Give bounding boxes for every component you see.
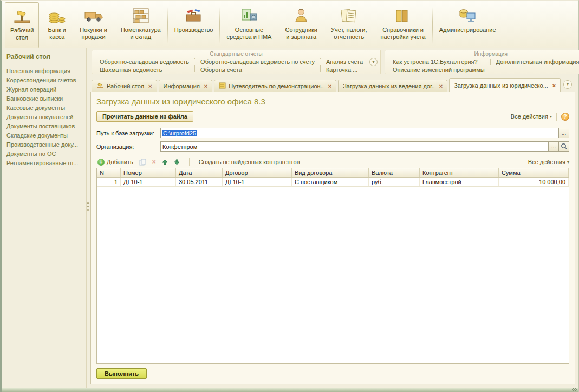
table-empty-area bbox=[97, 187, 569, 363]
table-row[interactable]: 1 ДГ10-1 30.05.2011 ДГ10-1 С поставщиком… bbox=[97, 178, 569, 187]
tab-load-legal-office[interactable]: Загрузка данных из юридическо... × bbox=[449, 78, 561, 92]
workspace: Стандартные отчеты Оборотно-сальдовая ве… bbox=[90, 48, 578, 388]
reports-more-button[interactable]: ▾ bbox=[369, 58, 378, 66]
tab-close-icon[interactable]: × bbox=[439, 83, 443, 89]
ribbon-section-nomenclature[interactable]: Номенклатураи склад bbox=[116, 2, 166, 48]
path-input[interactable]: C:\urprofd25 bbox=[160, 128, 559, 138]
sidebar-item-bank-statements[interactable]: Банковские выписки bbox=[2, 94, 86, 103]
help-icon[interactable]: ? bbox=[561, 113, 569, 121]
dropdown-caret-icon: ▾ bbox=[550, 114, 552, 119]
tab-list-button[interactable]: ▾ bbox=[563, 80, 572, 89]
organization-value: Конфетпром bbox=[162, 143, 197, 150]
sidebar-item-os-documents[interactable]: Документы по ОС bbox=[2, 149, 86, 159]
sidebar-item-correspondence[interactable]: Корреспонденции счетов bbox=[2, 76, 86, 85]
form-load-legal-office: Загрузка данных из юридического офиса 8.… bbox=[90, 92, 575, 384]
ribbon-section-desktop[interactable]: Рабочийстол bbox=[5, 2, 39, 48]
toolbox-icon bbox=[184, 5, 204, 27]
link-account-card[interactable]: Карточка ... bbox=[326, 66, 363, 74]
header-date[interactable]: Дата bbox=[176, 168, 223, 177]
folders-icon bbox=[394, 5, 412, 27]
ribbon-section-purchases[interactable]: Покупки ипродажи bbox=[75, 2, 112, 48]
database-computer-icon bbox=[458, 5, 477, 27]
tab-close-icon[interactable]: × bbox=[328, 83, 331, 89]
arrow-up-icon bbox=[162, 159, 168, 165]
header-currency[interactable]: Валюта bbox=[369, 168, 420, 177]
tab-desktop[interactable]: Рабочий стол × bbox=[92, 80, 157, 92]
tab-desktop-icon bbox=[96, 82, 104, 90]
ribbon-section-references[interactable]: Справочники инастройки учета bbox=[376, 2, 431, 48]
grid-all-actions-button[interactable]: Все действия ▾ bbox=[528, 159, 569, 165]
link-additional-info[interactable]: Дополнительная информация bbox=[496, 58, 579, 66]
ribbon-section-taxes[interactable]: Учет, налоги,отчетность bbox=[326, 2, 372, 48]
sidebar-splitter[interactable] bbox=[87, 48, 90, 388]
ribbon-section-administration[interactable]: Администрирование bbox=[434, 2, 501, 48]
sidebar-item-supplier-documents[interactable]: Документы поставщиков bbox=[2, 122, 86, 131]
grid-toolbar: + Добавить × Созд bbox=[96, 158, 569, 166]
tab-close-icon[interactable]: × bbox=[552, 83, 556, 88]
tab-information[interactable]: Информация × bbox=[159, 80, 213, 92]
tab-close-icon[interactable]: × bbox=[148, 83, 152, 89]
move-down-button[interactable] bbox=[173, 159, 181, 166]
header-n[interactable]: N bbox=[97, 168, 121, 177]
organization-choose-button[interactable]: ... bbox=[549, 141, 559, 152]
ribbon-section-assets[interactable]: Основныесредства и НМА bbox=[222, 2, 276, 48]
tab-load-contracts[interactable]: Загрузка данных из ведения дог.. × bbox=[338, 80, 447, 92]
link-account-analysis[interactable]: Анализ счета bbox=[326, 58, 363, 66]
ribbon-separator bbox=[73, 7, 73, 44]
sidebar-item-production-documents[interactable]: Производственные доку... bbox=[2, 140, 86, 149]
path-label: Путь к базе загрузки: bbox=[96, 130, 160, 136]
sidebar-item-warehouse-documents[interactable]: Складские документы bbox=[2, 131, 86, 140]
tab-demo-guide[interactable]: Путеводитель по демонстрацион.. × bbox=[214, 80, 336, 92]
copy-icon bbox=[139, 159, 146, 166]
organization-input[interactable]: Конфетпром bbox=[160, 141, 549, 152]
link-how-1c-works[interactable]: Как устроена 1С:Бухгалтерия? bbox=[393, 58, 485, 66]
sidebar-item-buyer-documents[interactable]: Документы покупателей bbox=[2, 113, 86, 122]
quick-panels: Стандартные отчеты Оборотно-сальдовая ве… bbox=[90, 48, 575, 77]
execute-button[interactable]: Выполнить bbox=[96, 368, 147, 379]
link-turnover-by-account[interactable]: Оборотно-сальдовая ведомость по счету bbox=[200, 58, 315, 66]
sidebar-item-operations-journal[interactable]: Журнал операций bbox=[2, 85, 86, 94]
ribbon: Рабочийстол Банк икасса Покупки ипродажи… bbox=[2, 1, 578, 48]
resize-grip[interactable] bbox=[571, 388, 577, 391]
move-up-button[interactable] bbox=[161, 159, 169, 166]
header-counterparty[interactable]: Контрагент bbox=[420, 168, 499, 177]
delete-row-button[interactable]: × bbox=[151, 158, 157, 166]
sidebar-item-useful-info[interactable]: Полезная информация bbox=[2, 67, 86, 76]
form-title: Загрузка данных из юридического офиса 8.… bbox=[96, 97, 569, 106]
read-data-button[interactable]: Прочитать данные из файла bbox=[96, 111, 193, 122]
header-contract[interactable]: Договор bbox=[223, 168, 292, 177]
organization-open-button[interactable] bbox=[559, 141, 569, 152]
path-field-row: Путь к базе загрузки: C:\urprofd25 ... bbox=[96, 128, 569, 138]
ribbon-section-production[interactable]: Производство bbox=[170, 2, 218, 48]
documents-icon bbox=[339, 5, 359, 27]
header-amount[interactable]: Сумма bbox=[499, 168, 569, 177]
link-change-description[interactable]: Описание изменений программы bbox=[393, 66, 485, 74]
create-missing-counterparties-button[interactable]: Создать не найденных контрагентов bbox=[198, 158, 301, 166]
assets-chart-icon bbox=[239, 5, 259, 27]
sidebar-item-regulated-reports[interactable]: Регламентированные от... bbox=[2, 159, 86, 168]
add-icon: + bbox=[97, 159, 105, 166]
sidebar-title: Рабочий стол bbox=[2, 52, 86, 67]
link-turnover-balance-sheet[interactable]: Оборотно-сальдовая ведомость bbox=[100, 58, 189, 66]
panel-title: Стандартные отчеты bbox=[92, 51, 380, 57]
all-actions-button[interactable]: Все действия ▾ bbox=[511, 113, 552, 120]
add-row-button[interactable]: + Добавить bbox=[96, 158, 134, 166]
ribbon-section-bank[interactable]: Банк икасса bbox=[43, 2, 71, 48]
header-contract-type[interactable]: Вид договора bbox=[292, 168, 369, 177]
tab-close-icon[interactable]: × bbox=[204, 83, 207, 89]
link-chess-sheet[interactable]: Шахматная ведомость bbox=[100, 66, 189, 74]
path-browse-button[interactable]: ... bbox=[559, 128, 569, 138]
path-value-selected: C:\urprofd25 bbox=[162, 130, 197, 136]
copy-row-button[interactable] bbox=[138, 158, 147, 166]
standard-reports-panel: Стандартные отчеты Оборотно-сальдовая ве… bbox=[92, 50, 381, 74]
warehouse-shelf-icon bbox=[131, 5, 151, 27]
link-account-turnovers[interactable]: Обороты счета bbox=[200, 66, 315, 74]
ribbon-separator bbox=[374, 7, 374, 44]
header-number[interactable]: Номер bbox=[121, 168, 176, 177]
window-bottom-edge bbox=[2, 388, 578, 392]
organization-field-row: Организация: Конфетпром ... bbox=[96, 141, 569, 152]
ribbon-section-employees[interactable]: Сотрудникии зарплата bbox=[280, 2, 322, 48]
magnifier-icon bbox=[561, 143, 568, 150]
delete-icon: × bbox=[152, 158, 156, 166]
sidebar-item-cash-documents[interactable]: Кассовые документы bbox=[2, 103, 86, 113]
